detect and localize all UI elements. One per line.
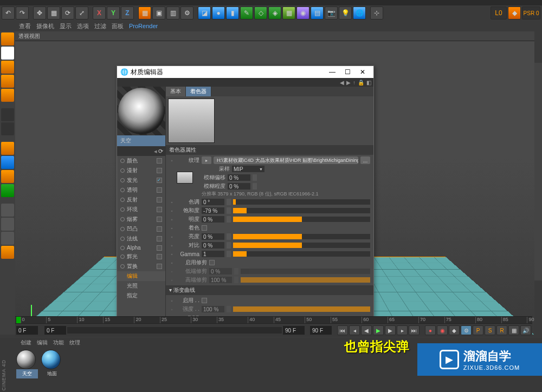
- redo-button[interactable]: ↷: [16, 6, 29, 19]
- move-tool[interactable]: ▦: [47, 6, 60, 19]
- primitive-cylinder-button[interactable]: ▮: [226, 6, 239, 19]
- channel-reflection[interactable]: 反射: [117, 195, 165, 205]
- workplane-button[interactable]: [1, 89, 14, 102]
- close-button[interactable]: ✕: [355, 67, 370, 77]
- key-misc-button[interactable]: ▦: [508, 325, 519, 335]
- channel-normal[interactable]: 法线: [117, 234, 165, 244]
- channel-diffuse[interactable]: 漫射: [117, 166, 165, 175]
- contrast-field[interactable]: 0 %: [202, 242, 224, 249]
- material-preview-sphere[interactable]: [118, 88, 165, 134]
- primitive-cube-button[interactable]: ◪: [198, 6, 211, 19]
- layout-l0-button[interactable]: L0: [491, 6, 507, 19]
- channel-color[interactable]: 颜色: [117, 156, 165, 166]
- channel-environment[interactable]: 环境: [117, 205, 165, 214]
- key-r-button[interactable]: R: [496, 325, 507, 335]
- nav-prev-icon[interactable]: ◀: [340, 80, 344, 86]
- range-end-field[interactable]: 90 F: [283, 326, 305, 335]
- next-frame-button[interactable]: ▶: [385, 325, 396, 335]
- texture-path-field[interactable]: H:\素材收藏\C4D 大晶水效果材质\HDR 贴图\BrightMichiga…: [214, 156, 358, 164]
- light-slider[interactable]: [233, 217, 370, 222]
- texture-mode-button[interactable]: [1, 47, 14, 60]
- generator-array-button[interactable]: ▦: [282, 6, 295, 19]
- edge-mode-button[interactable]: [1, 156, 14, 169]
- undo-button[interactable]: ↶: [2, 6, 15, 19]
- mm-create[interactable]: 创建: [21, 339, 31, 347]
- texture-browse-button[interactable]: ...: [360, 156, 370, 164]
- tweak-button[interactable]: [1, 204, 14, 217]
- minimize-button[interactable]: —: [325, 67, 340, 77]
- frame-current-field[interactable]: 0 F: [16, 326, 38, 335]
- soft-select-button[interactable]: [1, 246, 14, 259]
- generator-subdiv-button[interactable]: ◈: [268, 6, 281, 19]
- arrow-left-icon[interactable]: ◂: [154, 148, 157, 155]
- channel-illumination[interactable]: 光照: [117, 281, 165, 291]
- key-p-button[interactable]: P: [473, 325, 483, 335]
- misc-orange-icon[interactable]: ◆: [508, 6, 521, 19]
- sky-button[interactable]: 🌐: [353, 6, 366, 19]
- contrast-slider[interactable]: [233, 243, 370, 248]
- texture-preview[interactable]: [168, 99, 215, 143]
- channel-glow[interactable]: 辉光: [117, 252, 165, 262]
- polygon-mode-button[interactable]: [1, 170, 14, 183]
- material-ground[interactable]: 地面: [41, 350, 63, 378]
- view-menu-display[interactable]: 显示: [60, 22, 72, 30]
- generator-nurbs-button[interactable]: ◇: [254, 6, 267, 19]
- channel-fog[interactable]: 烟雾: [117, 214, 165, 224]
- channel-alpha[interactable]: Alpha: [117, 244, 165, 252]
- keyframe-button[interactable]: ◆: [449, 325, 460, 335]
- axis-mode-button[interactable]: [1, 75, 14, 88]
- play-button[interactable]: ▶: [373, 325, 384, 335]
- hue-slider[interactable]: [233, 199, 370, 205]
- channel-transparency[interactable]: 透明: [117, 185, 165, 195]
- view-menu-filter[interactable]: 过滤: [94, 22, 106, 30]
- goto-start-button[interactable]: ⏮: [337, 325, 348, 335]
- range-slider[interactable]: [67, 327, 282, 334]
- view-menu-look[interactable]: 查看: [19, 22, 31, 30]
- point-mode-button[interactable]: [1, 142, 14, 155]
- nav-lock-icon[interactable]: 🔒: [358, 80, 364, 86]
- deformer-button[interactable]: ◉: [296, 6, 309, 19]
- camera-button[interactable]: 📷: [325, 6, 338, 19]
- uv-mode-button[interactable]: [1, 184, 14, 197]
- psr-button[interactable]: PSR 0: [522, 6, 540, 19]
- quantize-button[interactable]: [1, 232, 14, 245]
- gamma-slider[interactable]: [233, 251, 370, 257]
- select-tool[interactable]: ✥: [33, 6, 46, 19]
- tab-basic[interactable]: 基本: [166, 87, 186, 96]
- render-view-button[interactable]: ▣: [152, 6, 165, 19]
- texture-thumbnail[interactable]: [177, 172, 193, 184]
- channel-assign[interactable]: 指定: [117, 291, 165, 300]
- enable-clip-checkbox[interactable]: [209, 260, 215, 265]
- dialog-titlebar[interactable]: 🌐 材质编辑器 — ☐ ✕: [117, 66, 373, 78]
- gamma-field[interactable]: 1: [202, 251, 224, 257]
- x-axis-toggle[interactable]: X: [93, 6, 106, 19]
- sat-field[interactable]: -79 %: [202, 207, 224, 214]
- model-mode-button[interactable]: [1, 32, 14, 45]
- nav-next-icon[interactable]: ▶: [346, 80, 351, 86]
- channel-displace[interactable]: 置换: [117, 262, 165, 271]
- blur-offset-field[interactable]: 0 %: [228, 174, 250, 181]
- texture-menu-button[interactable]: ▸: [202, 156, 211, 164]
- hue-field[interactable]: 0 °: [202, 199, 224, 205]
- light-button[interactable]: 💡: [339, 6, 352, 19]
- bright-slider[interactable]: [233, 234, 370, 239]
- channel-edit[interactable]: 编辑: [117, 271, 165, 281]
- rotate-tool[interactable]: ⟳: [61, 6, 74, 19]
- nav-pin-icon[interactable]: ◧: [366, 80, 371, 86]
- record-button[interactable]: ●: [425, 325, 436, 335]
- render-region-button[interactable]: ▥: [166, 6, 179, 19]
- coord-system-button[interactable]: ⊹: [370, 6, 383, 19]
- nav-up-icon[interactable]: ↑: [353, 80, 356, 86]
- colorize-checkbox[interactable]: [202, 225, 207, 231]
- prev-frame-button[interactable]: ◀: [361, 325, 372, 335]
- object-mode-button[interactable]: [1, 61, 14, 74]
- key-options-button[interactable]: ⚙: [461, 325, 472, 335]
- right-collapsed-panel[interactable]: [534, 63, 542, 280]
- view-menu-panel[interactable]: 面板: [112, 22, 124, 30]
- sound-button[interactable]: 🔊: [520, 325, 531, 335]
- refresh-icon[interactable]: ⟳: [158, 148, 163, 155]
- channel-luminance[interactable]: 发光: [117, 175, 165, 185]
- spline-pen-button[interactable]: ✎: [240, 6, 253, 19]
- maximize-button[interactable]: ☐: [340, 67, 355, 77]
- z-axis-toggle[interactable]: Z: [121, 6, 134, 19]
